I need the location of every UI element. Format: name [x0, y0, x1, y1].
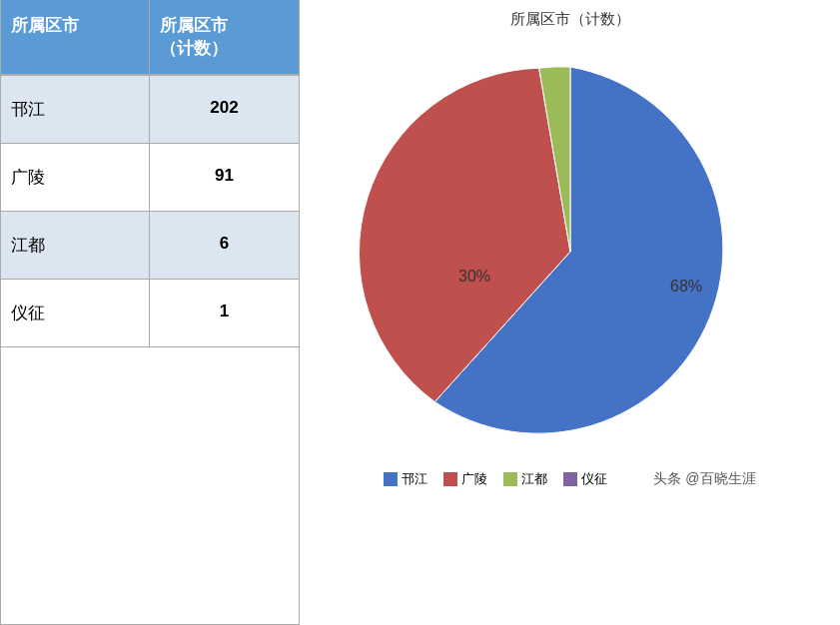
table-row: 邗江 202 [1, 76, 299, 144]
legend-label-jiangdu: 江都 [521, 470, 547, 488]
legend-item-yizheng: 仪征 [563, 470, 607, 488]
label-68: 68% [670, 278, 702, 295]
table-row: 江都 6 [1, 212, 299, 280]
legend-item-jiangdu: 江都 [503, 470, 547, 488]
label-30: 30% [458, 268, 490, 285]
data-table: 所属区市 所属区市（计数） 邗江 202 广陵 91 江都 6 仪征 1 [0, 0, 300, 625]
chart-legend: 邗江 广陵 江都 仪征 头条 @百晓生涯 [384, 470, 755, 488]
legend-label-guangling: 广陵 [461, 470, 487, 488]
table-body: 邗江 202 广陵 91 江都 6 仪征 1 [1, 76, 299, 347]
count-cell: 202 [150, 76, 299, 143]
table-row: 仪征 1 [1, 280, 299, 347]
legend-label-hanjiang: 邗江 [402, 470, 427, 488]
district-cell: 广陵 [1, 144, 150, 211]
pie-chart-container: 68% 30% [341, 37, 800, 466]
legend-label-yizheng: 仪征 [581, 470, 607, 488]
pie-chart-svg: 68% 30% [341, 37, 800, 466]
count-cell: 6 [150, 212, 299, 279]
count-cell: 91 [150, 144, 299, 211]
col2-header: 所属区市（计数） [150, 0, 299, 74]
district-cell: 邗江 [1, 76, 150, 143]
table-row: 广陵 91 [1, 144, 299, 212]
col1-header: 所属区市 [1, 0, 150, 74]
legend-color-yizheng [563, 472, 577, 486]
district-cell: 江都 [1, 212, 150, 279]
count-cell: 1 [150, 280, 299, 346]
chart-section: 所属区市（计数） 68% 30% 邗江 广陵 [300, 0, 840, 625]
district-cell: 仪征 [1, 280, 150, 346]
legend-color-jiangdu [503, 472, 517, 486]
chart-title: 所属区市（计数） [510, 10, 630, 29]
legend-item-guangling: 广陵 [443, 470, 487, 488]
watermark: 头条 @百晓生涯 [653, 470, 755, 488]
legend-color-guangling [443, 472, 457, 486]
legend-color-hanjiang [384, 472, 398, 486]
legend-item-hanjiang: 邗江 [384, 470, 427, 488]
table-header: 所属区市 所属区市（计数） [1, 0, 299, 76]
